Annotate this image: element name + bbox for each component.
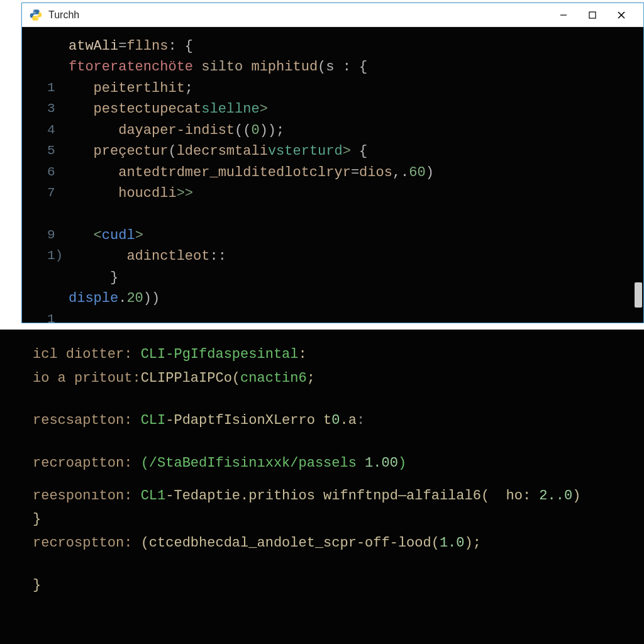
app-window: Turchh atwAli=fllns: {ftoreratenchöte si…: [21, 3, 644, 323]
terminal-line: }: [33, 574, 628, 597]
code-content: disple.20)): [69, 288, 160, 309]
svg-point-0: [33, 11, 35, 12]
code-line: 1: [47, 309, 626, 323]
line-number: [47, 267, 69, 288]
code-line: 4 dayaper-indist((0));: [47, 120, 626, 141]
svg-point-1: [37, 18, 38, 19]
code-line: 9 <cudl>: [47, 225, 626, 246]
line-number: 1): [47, 246, 69, 267]
terminal-output[interactable]: icl diotter: CLI-PgIfdaspesintal:io a pr…: [0, 330, 644, 644]
code-line: 6 antedtrdmer_mulditedlotclryr=dios,.60): [47, 162, 626, 183]
terminal-line: recroaptton: (/StaBedIfisinıxxk/passels …: [33, 452, 628, 475]
line-number: 5: [47, 141, 69, 162]
line-number: 3: [47, 99, 69, 119]
code-content: pestectupecatslellne>: [69, 99, 268, 119]
code-content: atwAli=fllns: {: [69, 36, 193, 57]
code-line: atwAli=fllns: {: [47, 36, 626, 57]
terminal-spacer: [33, 433, 628, 452]
window-title: Turchh: [48, 9, 549, 21]
svg-rect-3: [589, 12, 596, 18]
line-number: 9: [47, 225, 69, 246]
code-line: 1) adinctleot::: [47, 246, 626, 267]
code-editor[interactable]: atwAli=fllns: {ftoreratenchöte silto mip…: [22, 27, 643, 323]
code-content: }: [69, 267, 118, 288]
line-number: 6: [47, 162, 69, 183]
minimize-button[interactable]: [549, 5, 578, 25]
code-content: antedtrdmer_mulditedlotclryr=dios,.60): [69, 162, 434, 183]
line-number: [47, 288, 69, 309]
terminal-line: icl diotter: CLI-PgIfdaspesintal:: [33, 343, 628, 366]
line-number: 1: [47, 309, 69, 323]
code-content: dayaper-indist((0));: [69, 120, 284, 141]
scrollbar-thumb[interactable]: [635, 282, 642, 308]
terminal-line: recrosptton: (ctcedbhecdal_andolet_scpr-…: [33, 532, 628, 555]
line-number: [47, 204, 69, 225]
terminal-line: reesponıton: CL1-Tedaptie.prithios wifnf…: [33, 485, 628, 508]
code-content: <cudl>: [69, 225, 143, 246]
code-content: peitertlhit;: [69, 78, 193, 99]
code-content: [69, 204, 77, 225]
terminal-line: rescsaptton: CLI-PdaptfIsionXLerro t0.a:: [33, 409, 628, 432]
terminal-spacer: [33, 476, 628, 485]
code-line: 5 preçectur(ldecrsmtalivsterturd> {: [47, 141, 626, 162]
terminal-line: }: [33, 508, 628, 531]
code-content: adinctleot::: [69, 246, 226, 267]
code-line: 1 peitertlhit;: [47, 78, 626, 99]
code-line: }: [47, 267, 626, 288]
close-button[interactable]: [607, 5, 636, 25]
terminal-line: io a pritout:CLIPPlaIPCo(cnactin6;: [33, 367, 628, 390]
line-number: [47, 36, 69, 57]
scrollbar[interactable]: [633, 31, 642, 314]
code-content: preçectur(ldecrsmtalivsterturd> {: [69, 141, 367, 162]
terminal-spacer: [33, 555, 628, 574]
line-number: 7: [47, 183, 69, 204]
python-icon: [30, 9, 42, 21]
code-line: disple.20)): [47, 288, 626, 309]
terminal-spacer: [33, 391, 628, 409]
line-number: 1: [47, 78, 69, 99]
code-line: 3 pestectupecatslellne>: [47, 99, 626, 119]
window-controls: [549, 5, 636, 25]
line-number: 4: [47, 120, 69, 141]
titlebar[interactable]: Turchh: [22, 3, 643, 27]
window-gap: [0, 323, 644, 330]
line-number: [47, 57, 69, 77]
maximize-button[interactable]: [578, 5, 607, 25]
code-line: ftoreratenchöte silto miphitud(s : {: [47, 57, 626, 77]
code-line: 7 houcdli>>: [47, 183, 626, 204]
code-content: ftoreratenchöte silto miphitud(s : {: [69, 57, 367, 77]
code-content: houcdli>>: [69, 183, 193, 204]
code-line: [47, 204, 626, 225]
